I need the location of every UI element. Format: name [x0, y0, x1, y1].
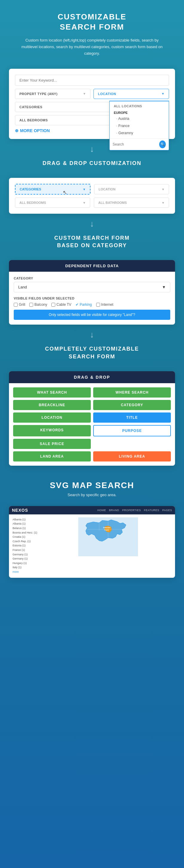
dropdown-item-austria[interactable]: Austria: [110, 115, 169, 122]
dd-body: WHAT SEARCH WHERE SEARCH BREACKLINE CATE…: [9, 383, 175, 466]
header-section: CUSTOMIZABLE SEARCH FORM Custom form loc…: [0, 0, 184, 63]
dropdown-search-row: 🔍: [110, 138, 169, 150]
dnd-categories-label: CATEGORIES: [20, 187, 41, 191]
checkbox-balcony-input[interactable]: [29, 303, 33, 307]
section-label-2: CUSTOM SEARCH FORM BASED ON CATEGORY: [0, 229, 184, 254]
dropdown-search-button[interactable]: 🔍: [159, 141, 166, 148]
dropdown-item-geramny[interactable]: Geramny: [110, 129, 169, 136]
dd-btn-sale-price[interactable]: SALE PRICE: [13, 439, 91, 449]
checkbox-internet: Internet: [96, 303, 114, 307]
location-dropdown: ALL LOCATIONS EUROPE Austria France Gera…: [109, 101, 169, 150]
map-preview-card: NEXOS HOME BRAND PROPERTIES FEATURES PAG…: [9, 506, 175, 578]
checkbox-internet-input[interactable]: [96, 303, 100, 307]
dd-btn-living-area[interactable]: LIVING AREA: [93, 451, 171, 462]
map-list-item-5: Czech Rep. (1): [12, 539, 42, 544]
map-list-item-1: Albania (1): [12, 522, 42, 526]
dnd-all-bathrooms-field[interactable]: ALL BATHROOMS ▼: [94, 197, 169, 208]
map-sidebar-list: Albania (1) Albania (1) Belarus (1) Bosn…: [12, 517, 42, 574]
nav-brand[interactable]: BRAND: [109, 509, 119, 512]
checkbox-parking-label: Parking: [80, 303, 92, 307]
dd-btn-land-area[interactable]: LAND AREA: [13, 451, 91, 462]
checkbox-grill-input[interactable]: [14, 303, 18, 307]
section-label-1: DRAG & DROP CUSTOMIZATION: [0, 155, 184, 172]
checkbox-balcony-label: Balcony: [34, 303, 47, 307]
dnd-categories-field[interactable]: CATEGORIES ▼: [15, 184, 91, 194]
nav-features[interactable]: FEATURES: [144, 509, 159, 512]
dnd-row-1: CATEGORIES ▼ LOCATION ▼: [15, 184, 169, 194]
dd-btn-keywords[interactable]: KEYWORDS: [13, 425, 91, 436]
map-area: Selected Region: [45, 517, 172, 574]
keyword-row: [15, 75, 169, 86]
map-navbar: NEXOS HOME BRAND PROPERTIES FEATURES PAG…: [9, 506, 175, 515]
dnd-location-field[interactable]: LOCATION ▼: [94, 184, 169, 194]
map-list-item-8: Germany (1): [12, 552, 42, 557]
europe-map-svg: Selected Region: [45, 517, 172, 556]
dd-header: DRAG & DROP: [9, 371, 175, 383]
dd-btn-purpose[interactable]: PURPOSE: [93, 425, 171, 436]
cat-form-header: DEPENDENT FIELD DATA: [9, 260, 175, 272]
dd-btn-where-search[interactable]: WHERE SEARCH: [93, 388, 171, 398]
map-list-item-7: France (1): [12, 548, 42, 552]
more-option-icon: ⊕: [15, 128, 19, 133]
dnd-all-bedrooms-label: ALL BEDROOMS: [20, 201, 46, 205]
more-option-label: MORE OPTION: [20, 128, 50, 133]
map-list-item-10: Hungary (1): [12, 561, 42, 565]
cat-form-body: CATEGORY Land ▼ VISIBLE FIELDS UNDER SEL…: [9, 272, 175, 324]
dropdown-group-europe: EUROPE: [110, 109, 169, 115]
dd-btn-what-search[interactable]: WHAT SEARCH: [13, 388, 91, 398]
dd-btn-empty: [93, 439, 171, 449]
dd-btn-title[interactable]: TITLE: [93, 412, 171, 423]
categories-label: CATEGORIES: [20, 105, 42, 109]
category-select[interactable]: Land ▼: [14, 282, 170, 292]
page-subtitle: Custom form location (left,right,top) co…: [18, 37, 166, 57]
nav-home[interactable]: HOME: [97, 509, 106, 512]
dd-btn-category[interactable]: CATEGORY: [93, 400, 171, 410]
checkbox-cabletv-input[interactable]: [51, 303, 55, 307]
dropdown-item-france[interactable]: France: [110, 122, 169, 129]
svg-map-title: SVG MAP SEARCH: [12, 480, 172, 490]
info-banner: Only selected fields will be visible for…: [14, 310, 170, 320]
form-row-1: PROPERT TYPE (ANY) ▼ LOCATION ▼ ALL LOCA…: [15, 89, 169, 99]
dropdown-search-input[interactable]: [113, 142, 157, 147]
dnd-all-bathrooms-arrow: ▼: [162, 201, 164, 205]
page-title: CUSTOMIZABLE SEARCH FORM: [18, 12, 166, 32]
category-form-card: DEPENDENT FIELD DATA CATEGORY Land ▼ VIS…: [9, 260, 175, 324]
map-more-label[interactable]: more: [12, 570, 42, 574]
dd-btn-location[interactable]: LOCATION: [13, 412, 91, 423]
category-label: CATEGORY: [14, 277, 170, 280]
svg-text:Region: Region: [104, 529, 109, 531]
checkbox-cabletv-label: Cable TV: [57, 303, 71, 307]
category-arrow: ▼: [162, 285, 166, 289]
dnd-all-bathrooms-label: ALL BATHROOMS: [98, 201, 127, 205]
dropdown-all-locations: ALL LOCATIONS: [110, 101, 169, 109]
svg-map-section: SVG MAP SEARCH Search by specific geo ar…: [0, 472, 184, 503]
location-field[interactable]: LOCATION ▼: [93, 89, 169, 99]
checkbox-grill: Grill: [14, 303, 25, 307]
checkbox-grill-label: Grill: [19, 303, 25, 307]
arrow-down-3: ↓: [0, 331, 184, 339]
map-list-item-3: Bosnia and Herz. (1): [12, 531, 42, 535]
dnd-categories-arrow: ▼: [83, 188, 86, 191]
svg-text:Selected: Selected: [103, 527, 111, 528]
drag-drop-card: CATEGORIES ▼ LOCATION ▼ ALL BEDROOMS ▼ A…: [9, 178, 175, 214]
map-list-item-11: Italy (1): [12, 565, 42, 570]
dnd-location-label: LOCATION: [98, 187, 116, 191]
property-type-field[interactable]: PROPERT TYPE (ANY) ▼: [15, 89, 91, 99]
nav-pages[interactable]: PAGES: [162, 509, 172, 512]
property-type-arrow: ▼: [83, 92, 86, 95]
dnd-all-bedrooms-field[interactable]: ALL BEDROOMS ▼: [15, 197, 90, 208]
checkbox-balcony: Balcony: [29, 303, 47, 307]
arrow-down-2: ↓: [0, 220, 184, 228]
map-list-item-2: Belarus (1): [12, 526, 42, 531]
checkbox-internet-label: Internet: [101, 303, 114, 307]
section-label-3: COMPLETELY CUSTOMIZABLE SEARCH FORM: [0, 340, 184, 365]
svg-map-subtitle: Search by specific geo area.: [12, 493, 172, 497]
dnd-row-2: ALL BEDROOMS ▼ ALL BATHROOMS ▼: [15, 197, 169, 208]
cursor-indicator: ↖: [63, 189, 67, 196]
category-value: Land: [18, 285, 27, 289]
map-list-item-0: Albania (1): [12, 517, 42, 522]
dd-btn-breackline[interactable]: BREACKLINE: [13, 400, 91, 410]
keyword-input[interactable]: [15, 75, 169, 86]
checkbox-parking: ✔ Parking: [75, 303, 92, 307]
nav-properties[interactable]: PROPERTIES: [122, 509, 141, 512]
